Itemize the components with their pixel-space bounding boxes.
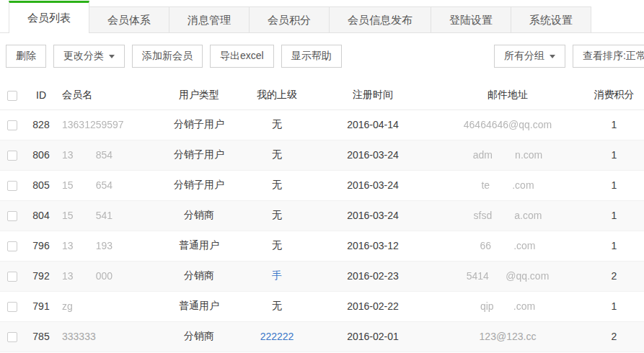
member-email: 123@123.cc (431, 321, 584, 352)
member-email: adm n.com (431, 140, 584, 170)
member-upline: 无 (239, 110, 314, 140)
tab-member-points[interactable]: 会员积分 (249, 6, 330, 32)
row-checkbox[interactable] (7, 151, 17, 161)
main-tab-bar: 会员列表 会员体系 消息管理 会员积分 会员信息发布 登陆设置 系统设置 (0, 0, 644, 33)
row-checkbox[interactable] (7, 241, 17, 251)
member-points: 1 (584, 291, 644, 321)
tab-member-system[interactable]: 会员体系 (89, 6, 169, 32)
all-groups-dropdown[interactable]: 所有分组 (494, 45, 565, 68)
member-email: sfsd a.com (431, 200, 584, 231)
tab-system-settings[interactable]: 系统设置 (511, 6, 591, 32)
member-reg-date: 2016-04-14 (314, 110, 431, 140)
show-help-button[interactable]: 显示帮助 (281, 45, 342, 68)
member-id: 796 (25, 231, 58, 261)
member-points: 1 (584, 170, 644, 200)
table-row: 796 13 193 普通用户 无 2016-03-12 66 .com 1 (0, 231, 644, 261)
member-email: 66 .com (431, 231, 584, 261)
member-id: 791 (25, 291, 58, 321)
member-id: 785 (25, 321, 58, 352)
row-checkbox[interactable] (7, 181, 17, 191)
toolbar-right-group: 所有分组 查看排序:正常排序 (494, 45, 644, 68)
member-id: 805 (25, 170, 58, 200)
member-username: 15 541 (58, 200, 159, 231)
toolbar: 删除 更改分类 添加新会员 导出excel 显示帮助 所有分组 查看排序:正常排… (0, 33, 644, 81)
member-email: 5414 @qq.com (431, 261, 584, 291)
member-reg-date: 2016-02-23 (314, 261, 431, 291)
member-id: 806 (25, 140, 58, 170)
member-username: 333333 (58, 321, 159, 352)
header-email: 邮件地址 (431, 81, 584, 110)
member-table: ID 会员名 用户类型 我的上级 注册时间 邮件地址 消费积分 828 1363… (0, 81, 644, 352)
member-points: 1 (584, 200, 644, 231)
table-row: 791 zg 普通用户 无 2016-02-22 qip .com 1 (0, 291, 644, 321)
tab-message-management[interactable]: 消息管理 (169, 6, 250, 32)
member-upline: 无 (239, 231, 314, 261)
member-username: 13 193 (58, 231, 159, 261)
member-user-type: 分销子用户 (159, 140, 239, 170)
change-category-dropdown[interactable]: 更改分类 (53, 45, 125, 68)
member-reg-date: 2016-03-12 (314, 231, 431, 261)
select-all-checkbox[interactable] (7, 91, 17, 101)
header-reg-date: 注册时间 (314, 81, 431, 110)
member-user-type: 普通用户 (159, 231, 239, 261)
row-checkbox[interactable] (7, 302, 17, 312)
member-user-type: 分销商 (159, 321, 239, 352)
sort-order-dropdown[interactable]: 查看排序:正常排序 (573, 45, 644, 68)
member-table-body: 828 13631259597 分销子用户 无 2016-04-14 46464… (0, 110, 644, 352)
header-username: 会员名 (58, 81, 159, 110)
member-points: 2 (584, 321, 644, 352)
export-excel-button[interactable]: 导出excel (210, 45, 274, 68)
member-user-type: 分销商 (159, 200, 239, 231)
row-checkbox[interactable] (7, 332, 17, 342)
member-upline: 无 (239, 170, 314, 200)
member-reg-date: 2016-02-22 (314, 291, 431, 321)
row-checkbox[interactable] (7, 272, 17, 282)
table-row: 805 15 654 分销子用户 无 2016-03-24 te .com 1 (0, 170, 644, 200)
member-upline-link[interactable]: 手 (239, 261, 314, 291)
member-email: 46464646@qq.com (431, 110, 584, 140)
chevron-down-icon (109, 55, 115, 61)
member-points: 1 (584, 140, 644, 170)
all-groups-label: 所有分组 (504, 50, 544, 63)
member-user-type: 分销商 (159, 261, 239, 291)
tab-login-settings[interactable]: 登陆设置 (431, 6, 511, 32)
member-username: 13 000 (58, 261, 159, 291)
member-reg-date: 2016-02-01 (314, 321, 431, 352)
member-user-type: 分销子用户 (159, 110, 239, 140)
row-checkbox[interactable] (7, 120, 17, 130)
member-user-type: 分销子用户 (159, 170, 239, 200)
member-upline: 无 (239, 200, 314, 231)
header-points: 消费积分 (584, 81, 644, 110)
member-reg-date: 2016-03-24 (314, 170, 431, 200)
member-points: 2 (584, 261, 644, 291)
tab-member-info-publish[interactable]: 会员信息发布 (329, 6, 431, 32)
member-points: 1 (584, 231, 644, 261)
member-username: 15 654 (58, 170, 159, 200)
member-username: zg (58, 291, 159, 321)
member-user-type: 普通用户 (159, 291, 239, 321)
change-category-label: 更改分类 (63, 50, 104, 63)
delete-button[interactable]: 删除 (6, 45, 46, 68)
member-points: 1 (584, 110, 644, 140)
header-id: ID (25, 81, 58, 110)
member-reg-date: 2016-03-24 (314, 200, 431, 231)
member-email: te .com (431, 170, 584, 200)
table-row: 804 15 541 分销商 无 2016-03-24 sfsd a.com 1 (0, 200, 644, 231)
member-upline: 无 (239, 291, 314, 321)
member-username: 13 854 (58, 140, 159, 170)
member-id: 804 (25, 200, 58, 231)
table-row: 785 333333 分销商 222222 2016-02-01 123@123… (0, 321, 644, 352)
table-row: 806 13 854 分销子用户 无 2016-03-24 adm n.com … (0, 140, 644, 170)
header-user-type: 用户类型 (159, 81, 239, 110)
table-row: 828 13631259597 分销子用户 无 2016-04-14 46464… (0, 110, 644, 140)
member-email: qip .com (431, 291, 584, 321)
table-header-row: ID 会员名 用户类型 我的上级 注册时间 邮件地址 消费积分 (0, 81, 644, 110)
member-upline: 无 (239, 140, 314, 170)
table-row: 792 13 000 分销商 手 2016-02-23 5414 @qq.com… (0, 261, 644, 291)
member-username: 13631259597 (58, 110, 159, 140)
tab-member-list[interactable]: 会员列表 (9, 1, 89, 33)
member-upline-link[interactable]: 222222 (239, 321, 314, 352)
chevron-down-icon (550, 55, 555, 61)
row-checkbox[interactable] (7, 211, 17, 221)
add-member-button[interactable]: 添加新会员 (132, 45, 203, 68)
